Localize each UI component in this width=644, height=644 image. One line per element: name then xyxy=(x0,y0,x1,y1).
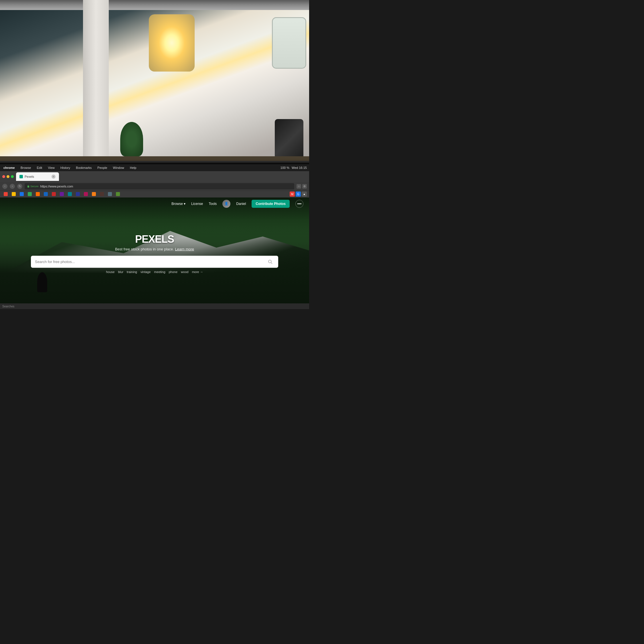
learn-more-link[interactable]: Learn more xyxy=(175,247,194,251)
bookmark-9[interactable] xyxy=(74,191,81,197)
svg-rect-0 xyxy=(27,186,29,187)
screen-content: chrome Browse Edit View History Bookmark… xyxy=(0,164,309,309)
window-bright xyxy=(149,14,195,72)
help-menu[interactable]: Help xyxy=(129,166,138,169)
bookmark11-favicon xyxy=(92,192,96,196)
extension-icons: M G ● xyxy=(290,191,307,197)
url-bar[interactable]: Secure https://www.pexels.com xyxy=(25,183,294,189)
tab-title: Pexels xyxy=(25,175,34,178)
edit-menu[interactable]: Edit xyxy=(35,166,43,169)
search-tag-phone[interactable]: phone xyxy=(169,270,178,273)
file-menu[interactable]: Browse xyxy=(19,166,32,169)
calendar-favicon xyxy=(20,192,24,196)
active-tab[interactable]: Pexels × xyxy=(16,172,59,181)
bookmark-3[interactable] xyxy=(26,191,33,197)
bookmark-8[interactable] xyxy=(66,191,73,197)
browser-tabbar: Pexels × xyxy=(0,171,309,182)
status-bar: Searches xyxy=(0,303,309,309)
bookmark6-favicon xyxy=(52,192,56,196)
hero-subtitle: Best free stock photos in one place. Lea… xyxy=(31,247,278,251)
macos-menubar: chrome Browse Edit View History Bookmark… xyxy=(0,164,309,171)
view-menu[interactable]: View xyxy=(47,166,56,169)
url-right-icons: ☆ ⚙ xyxy=(297,184,307,189)
browse-label: Browse xyxy=(171,202,183,206)
search-icon xyxy=(268,259,272,264)
svg-line-2 xyxy=(271,262,272,264)
ext-icon-red[interactable]: M xyxy=(290,191,295,197)
bookmarks-menu[interactable]: Bookmarks xyxy=(75,166,93,169)
search-tag-wood[interactable]: wood xyxy=(181,270,188,273)
tab-close-button[interactable]: × xyxy=(52,175,56,179)
monitor-bezel: chrome Browse Edit View History Bookmark… xyxy=(0,161,309,309)
browse-nav-link[interactable]: Browse ▾ xyxy=(171,202,185,206)
clock: Wed 16:15 xyxy=(292,166,307,169)
bookmark-11[interactable] xyxy=(90,191,97,197)
search-submit-button[interactable] xyxy=(266,258,274,266)
extensions-icon[interactable]: ⚙ xyxy=(302,184,307,189)
contribute-photos-button[interactable]: Contribute Photos xyxy=(252,200,290,208)
bookmark-14[interactable] xyxy=(114,191,121,197)
search-tag-blur[interactable]: blur xyxy=(118,270,123,273)
close-window-button[interactable] xyxy=(2,175,5,178)
battery-percent: 100 % xyxy=(280,166,289,169)
search-bar[interactable] xyxy=(31,256,278,268)
tools-nav-link[interactable]: Tools xyxy=(209,202,217,206)
history-menu[interactable]: History xyxy=(59,166,71,169)
plant xyxy=(120,122,143,156)
window-menu[interactable]: Window xyxy=(112,166,125,169)
bookmark8-favicon xyxy=(68,192,72,196)
bookmark-star-icon[interactable]: ☆ xyxy=(297,184,301,189)
bookmark-12[interactable] xyxy=(98,191,105,197)
bookmark3-favicon xyxy=(28,192,32,196)
search-input[interactable] xyxy=(35,260,263,264)
bookmarks-bar: M G ● xyxy=(0,191,309,197)
back-button[interactable]: ‹ xyxy=(2,184,7,189)
browse-chevron-icon: ▾ xyxy=(184,202,185,206)
avatar-icon: 👤 xyxy=(224,202,228,206)
ceiling-beam xyxy=(0,0,309,10)
bookmark12-favicon xyxy=(100,192,104,196)
bookmark-10[interactable] xyxy=(82,191,89,197)
bookmark13-favicon xyxy=(108,192,112,196)
bookmark7-favicon xyxy=(60,192,64,196)
hero-title: PEXELS xyxy=(31,233,278,245)
maximize-window-button[interactable] xyxy=(11,175,14,178)
app-name-menu[interactable]: chrome xyxy=(2,166,16,169)
more-options-button[interactable]: ••• xyxy=(295,200,303,208)
svg-point-1 xyxy=(268,260,271,263)
bookmark-drive[interactable] xyxy=(10,191,17,197)
drive-favicon xyxy=(12,192,16,196)
pexels-website: Browse ▾ License Tools 👤 Daniel Contribu… xyxy=(0,197,309,309)
traffic-lights xyxy=(2,175,14,178)
bookmark-gmail[interactable] xyxy=(2,191,9,197)
bookmark-4[interactable] xyxy=(34,191,41,197)
minimize-window-button[interactable] xyxy=(7,175,9,178)
gmail-favicon xyxy=(4,192,8,196)
bookmark-6[interactable] xyxy=(50,191,57,197)
bookmark-7[interactable] xyxy=(58,191,65,197)
chair xyxy=(275,119,303,162)
refresh-button[interactable]: ↻ xyxy=(17,184,22,189)
bookmark4-favicon xyxy=(36,192,40,196)
bookmark-13[interactable] xyxy=(106,191,113,197)
license-nav-link[interactable]: License xyxy=(191,202,203,206)
bookmark9-favicon xyxy=(76,192,80,196)
forward-button[interactable]: › xyxy=(10,184,15,189)
subtitle-text: Best free stock photos in one place. xyxy=(115,247,174,251)
user-avatar[interactable]: 👤 xyxy=(222,200,230,208)
ext-icon-gray[interactable]: ● xyxy=(302,191,307,197)
status-text: Searches xyxy=(2,305,14,308)
ext-icon-blue[interactable]: G xyxy=(296,191,301,197)
search-tag-training[interactable]: training xyxy=(127,270,137,273)
secure-badge: Secure xyxy=(27,185,39,188)
search-tag-more[interactable]: more → xyxy=(192,270,203,273)
bookmark-calendar[interactable] xyxy=(18,191,25,197)
person-silhouette xyxy=(37,272,47,292)
tabs-area: Pexels × xyxy=(16,171,307,182)
search-tag-meeting[interactable]: meeting xyxy=(154,270,165,273)
search-tag-house[interactable]: house xyxy=(106,270,114,273)
people-menu[interactable]: People xyxy=(96,166,108,169)
bookmark-5[interactable] xyxy=(42,191,49,197)
bookmark10-favicon xyxy=(84,192,88,196)
search-tag-vintage[interactable]: vintage xyxy=(141,270,151,273)
